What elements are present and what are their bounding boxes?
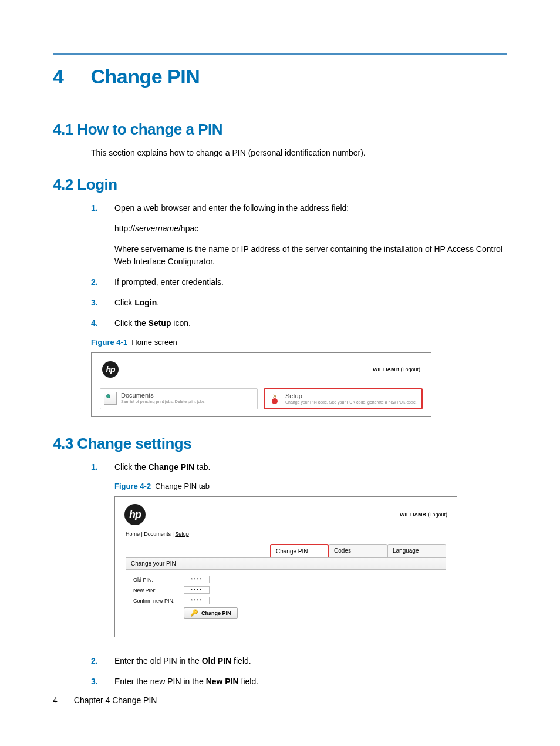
step-text: Click the Change PIN tab. — [114, 461, 507, 473]
where-text: Where servername is the name or IP addre… — [114, 243, 507, 268]
step-4-3-3: 3. Enter the new PIN in the New PIN fiel… — [91, 676, 507, 688]
page-footer: 4Chapter 4 Change PIN — [53, 695, 157, 705]
figure-4-2: hp WILLIAMB (Logout) Home | Documents | … — [114, 496, 457, 637]
tab-codes[interactable]: Codes — [329, 544, 387, 557]
new-pin-input[interactable]: **** — [184, 586, 210, 594]
old-pin-label: Old PIN: — [133, 577, 184, 583]
section-4-1-body: This section explains how to change a PI… — [91, 147, 507, 159]
section-heading-4-3: 4.3 Change settings — [53, 435, 507, 453]
page-number: 4 — [53, 695, 58, 705]
confirm-pin-input[interactable]: **** — [184, 597, 210, 604]
new-pin-label: New PIN: — [133, 587, 184, 593]
step-number: 2. — [91, 276, 114, 288]
change-pin-button[interactable]: 🔑 Change PIN — [184, 607, 238, 619]
breadcrumb: Home | Documents | Setup — [121, 527, 451, 544]
figure-4-1: hp WILLIAMB (Logout) Documents See list … — [91, 352, 431, 417]
tab-language[interactable]: Language — [387, 544, 446, 557]
card-subtitle: Change your PIN code. See your PUK code,… — [285, 399, 417, 405]
old-pin-input[interactable]: **** — [184, 576, 210, 583]
step-text: Enter the new PIN in the New PIN field. — [114, 676, 507, 688]
chapter-heading: 4Change PIN — [53, 65, 507, 88]
step-text: Click the Setup icon. — [114, 317, 507, 330]
step-4-2-4: 4. Click the Setup icon. — [91, 317, 507, 330]
crumb-documents[interactable]: Documents — [144, 531, 171, 537]
document-icon — [104, 392, 117, 405]
step-4-2-2: 2. If prompted, enter credentials. — [91, 276, 507, 288]
section-heading-4-2: 4.2 Login — [53, 176, 507, 194]
step-number: 1. — [91, 461, 114, 473]
url-servername: servername — [135, 224, 178, 233]
user-logout[interactable]: WILLIAMB (Logout) — [373, 367, 420, 372]
hp-logo-icon: hp — [102, 361, 119, 378]
panel-title: Change your PIN — [126, 557, 446, 570]
setup-icon: ✕ — [268, 392, 281, 405]
setup-card[interactable]: ✕ Setup Change your PIN code. See your P… — [264, 388, 423, 409]
tab-change-pin[interactable]: Change PIN — [270, 544, 329, 557]
step-number: 1. — [91, 202, 114, 214]
step-number: 3. — [91, 676, 114, 688]
crumb-setup[interactable]: Setup — [175, 531, 189, 537]
chapter-number: 4 — [53, 65, 63, 88]
figure-4-1-caption: Figure 4-1 Home screen — [91, 338, 507, 347]
card-title: Setup — [285, 392, 417, 399]
footer-chapter: Chapter 4 Change PIN — [74, 695, 157, 705]
chapter-title: Change PIN — [90, 65, 200, 88]
step-number: 2. — [91, 655, 114, 667]
step-text: Click Login. — [114, 297, 507, 309]
step-number: 3. — [91, 297, 114, 309]
documents-card[interactable]: Documents See list of pending print jobs… — [100, 388, 258, 409]
step-number: 4. — [91, 317, 114, 330]
figure-4-2-caption: Figure 4-2 Change PIN tab — [114, 482, 507, 490]
chapter-rule — [53, 53, 507, 55]
key-icon: 🔑 — [190, 609, 198, 617]
card-subtitle: See list of pending print jobs. Delete p… — [121, 399, 205, 404]
change-pin-form: Old PIN: **** New PIN: **** Confirm new … — [126, 570, 446, 627]
step-4-2-3: 3. Click Login. — [91, 297, 507, 309]
card-title: Documents — [121, 392, 205, 399]
user-logout[interactable]: WILLIAMB (Logout) — [400, 512, 447, 518]
crumb-home[interactable]: Home — [126, 531, 140, 537]
section-heading-4-1: 4.1 How to change a PIN — [53, 120, 507, 139]
hp-logo-icon: hp — [124, 504, 146, 525]
step-text: Enter the old PIN in the Old PIN field. — [114, 655, 507, 667]
url-line: http://servername/hpac — [114, 223, 507, 235]
step-text: If prompted, enter credentials. — [114, 276, 507, 288]
step-text: Open a web browser and enter the followi… — [114, 202, 507, 214]
confirm-pin-label: Confirm new PIN: — [133, 598, 184, 604]
step-4-2-1: 1. Open a web browser and enter the foll… — [91, 202, 507, 214]
step-4-3-1: 1. Click the Change PIN tab. — [91, 461, 507, 473]
step-4-3-2: 2. Enter the old PIN in the Old PIN fiel… — [91, 655, 507, 667]
